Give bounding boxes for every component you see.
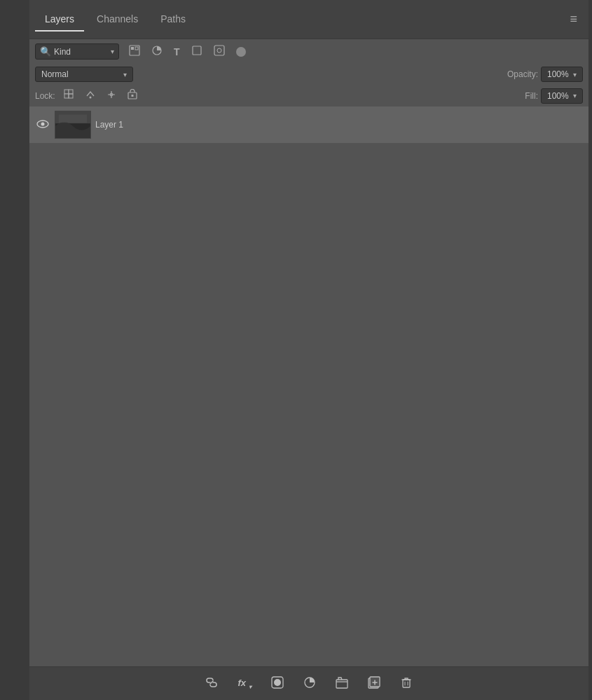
lock-label: Lock: — [35, 91, 55, 101]
blend-chevron-icon: ▾ — [123, 71, 127, 78]
blend-row: Normal ▾ Opacity: 100% ▾ — [29, 64, 588, 85]
svg-rect-19 — [59, 115, 87, 123]
svg-rect-7 — [64, 90, 69, 94]
blend-mode-value: Normal — [41, 69, 69, 79]
kind-select[interactable]: 🔍 Kind ▾ — [35, 43, 119, 60]
layers-list: Layer 1 — [29, 107, 588, 666]
filter-row: 🔍 Kind ▾ T — [29, 39, 588, 64]
link-layers-button[interactable] — [201, 673, 222, 694]
layers-panel: Layers Channels Paths ≡ 🔍 Kind ▾ T — [29, 0, 588, 700]
blend-mode-select[interactable]: Normal ▾ — [35, 67, 133, 82]
filter-toggle[interactable] — [236, 47, 246, 57]
panel-menu-button[interactable]: ≡ — [564, 9, 583, 29]
svg-point-11 — [89, 97, 91, 99]
svg-rect-5 — [214, 46, 224, 55]
layer-name: Layer 1 — [95, 120, 123, 130]
opacity-chevron-icon: ▾ — [573, 71, 577, 78]
svg-point-6 — [217, 48, 221, 53]
fill-label: Fill: — [525, 91, 538, 101]
tab-paths[interactable]: Paths — [151, 8, 195, 32]
svg-rect-23 — [336, 680, 347, 688]
adjustment-button[interactable] — [299, 673, 320, 694]
svg-rect-14 — [131, 95, 133, 97]
fill-chevron-icon: ▾ — [573, 92, 577, 99]
svg-point-21 — [274, 679, 281, 686]
fill-group: Fill: 100% ▾ — [525, 88, 583, 104]
kind-label: Kind — [54, 47, 71, 57]
search-icon: 🔍 — [40, 46, 51, 57]
fx-sub: ▾ — [249, 683, 252, 689]
left-ruler-strip — [0, 0, 29, 700]
new-layer-button[interactable] — [364, 673, 385, 694]
group-button[interactable] — [331, 673, 352, 694]
svg-point-16 — [41, 122, 45, 125]
opacity-group: Opacity: 100% ▾ — [507, 67, 583, 82]
layer-thumb-content — [55, 111, 90, 138]
lock-transparent-button[interactable] — [61, 88, 78, 104]
fill-value: 100% — [547, 91, 569, 101]
svg-rect-26 — [403, 680, 410, 687]
tab-channels[interactable]: Channels — [87, 8, 148, 32]
svg-rect-10 — [69, 94, 73, 98]
opacity-input[interactable]: 100% ▾ — [541, 67, 583, 82]
fx-button[interactable]: fx ▾ — [233, 675, 255, 693]
tab-layers[interactable]: Layers — [35, 8, 84, 32]
image-filter-icon[interactable] — [126, 43, 143, 60]
layer-thumbnail — [55, 111, 91, 139]
fill-input[interactable]: 100% ▾ — [541, 88, 583, 104]
add-mask-button[interactable] — [267, 673, 288, 694]
table-row[interactable]: Layer 1 — [29, 107, 588, 144]
tabs-bar: Layers Channels Paths ≡ — [29, 0, 588, 39]
svg-rect-9 — [69, 90, 73, 94]
svg-rect-4 — [193, 46, 201, 55]
lock-row: Lock: — [29, 85, 588, 107]
lock-position-button[interactable] — [103, 88, 120, 104]
smart-filter-icon[interactable] — [211, 43, 228, 60]
delete-layer-button[interactable] — [396, 673, 417, 694]
type-filter-icon[interactable]: T — [171, 45, 183, 59]
layer-visibility-toggle[interactable] — [35, 118, 50, 132]
svg-rect-8 — [64, 94, 69, 98]
bottom-toolbar: fx ▾ — [29, 666, 588, 700]
lock-artboard-button[interactable] — [124, 88, 141, 104]
paint-filter-icon[interactable] — [149, 43, 165, 60]
opacity-value: 100% — [547, 69, 569, 79]
lock-image-button[interactable] — [82, 88, 99, 104]
svg-rect-1 — [131, 47, 134, 50]
fx-label: fx — [238, 678, 246, 688]
kind-chevron-icon: ▾ — [111, 48, 114, 55]
opacity-label: Opacity: — [507, 69, 538, 79]
filter-icons: T — [126, 43, 228, 60]
shape-filter-icon[interactable] — [188, 43, 205, 60]
svg-rect-2 — [135, 47, 138, 50]
